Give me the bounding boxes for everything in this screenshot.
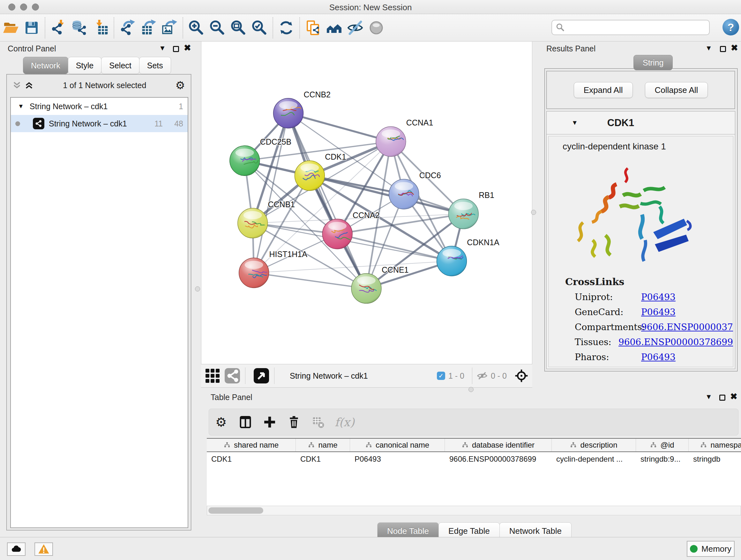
column-header-name[interactable]: name (296, 439, 350, 451)
toolbar-separator (114, 17, 114, 38)
import-network-file-icon[interactable] (48, 18, 69, 38)
network-view-icon[interactable] (224, 368, 241, 384)
network-tree-root[interactable]: ▼ String Network – cdk1 1 (11, 98, 188, 115)
export-network-icon[interactable] (117, 18, 138, 38)
center-view-icon[interactable] (515, 369, 529, 383)
left-splitter-handle[interactable] (195, 287, 200, 292)
export-image-icon[interactable] (159, 18, 180, 38)
tab-sets[interactable]: Sets (139, 57, 171, 74)
tab-string[interactable]: String (633, 55, 673, 70)
table-settings-icon[interactable]: ⚙ (209, 412, 233, 432)
show-columns-icon[interactable] (233, 412, 258, 432)
import-network-database-icon[interactable] (69, 18, 90, 38)
memory-button[interactable]: Memory (687, 541, 735, 557)
column-header-description[interactable]: description (552, 439, 636, 451)
crosslink-link[interactable]: 9606.ENSP00000378699 (618, 337, 733, 348)
node-label-CDK1: CDK1 (325, 152, 346, 161)
save-session-icon[interactable] (21, 18, 42, 38)
import-table-file-icon[interactable] (90, 18, 111, 38)
table-cell[interactable]: CDK1 (207, 455, 296, 463)
gene-card-header[interactable]: ▼ CDK1 (547, 111, 735, 134)
column-header-@id[interactable]: @id (636, 439, 689, 451)
tab-network[interactable]: Network (23, 57, 68, 74)
network-canvas[interactable]: CCNB2CCNA1CDC25BCDK1CDC6RB1CCNB1CCNA2CDK… (201, 42, 532, 364)
show-all-icon[interactable] (366, 18, 387, 38)
tab-select[interactable]: Select (101, 57, 139, 74)
network-selection-status: 1 of 1 Network selected (34, 81, 176, 90)
node-label-HIST1H1A: HIST1H1A (269, 250, 308, 259)
close-panel-icon[interactable]: ✖ (730, 391, 738, 401)
refresh-icon[interactable] (276, 18, 297, 38)
warning-button[interactable] (35, 543, 53, 556)
selected-nodes-checkbox[interactable]: ✓ (437, 372, 445, 380)
grid-view-icon[interactable] (204, 368, 221, 384)
table-cell[interactable]: stringdb:9... (636, 455, 689, 463)
close-panel-icon[interactable]: ✖ (184, 43, 191, 53)
crosslinks-list: Uniprot: P06493 GeneCard: P06493 Compart… (549, 292, 733, 362)
float-panel-icon[interactable]: ▼ (159, 44, 166, 52)
collapse-icon[interactable]: ▼ (571, 119, 578, 126)
cloud-button[interactable] (7, 543, 25, 556)
hide-selected-icon[interactable] (345, 18, 366, 38)
network-node-CDKN1A[interactable]: CDKN1A (437, 238, 499, 276)
zoom-fit-icon[interactable] (228, 18, 249, 38)
export-table-icon[interactable] (138, 18, 159, 38)
network-node-CCNE1[interactable]: CCNE1 (351, 265, 408, 304)
crosslink-link[interactable]: 9606.ENSP00000378699 (641, 322, 733, 332)
table-cell[interactable]: 9606.ENSP00000378699 (445, 455, 552, 463)
birds-eye-view-icon[interactable] (253, 368, 270, 384)
tab-style[interactable]: Style (68, 57, 102, 74)
column-header-canonical-name[interactable]: canonical name (350, 439, 445, 451)
node-label-RB1: RB1 (479, 191, 494, 199)
network-graph[interactable]: CCNB2CCNA1CDC25BCDK1CDC6RB1CCNB1CCNA2CDK… (201, 42, 532, 363)
column-header-shared-name[interactable]: shared name (207, 439, 296, 451)
open-session-icon[interactable] (0, 18, 21, 38)
gear-icon[interactable]: ⚙ (176, 79, 185, 91)
collapse-icon[interactable]: ▼ (18, 103, 24, 110)
float-panel-icon[interactable]: ▼ (705, 393, 712, 401)
zoom-out-icon[interactable] (207, 18, 228, 38)
delete-column-icon[interactable] (282, 412, 306, 432)
help-icon[interactable]: ? (723, 19, 739, 36)
collapse-all-button[interactable]: Collapse All (645, 82, 708, 98)
zoom-selected-icon[interactable] (249, 18, 270, 38)
network-node-RB1[interactable]: RB1 (448, 191, 494, 229)
search-input[interactable] (567, 23, 704, 32)
network-node-HIST1H1A[interactable]: HIST1H1A (239, 250, 307, 288)
add-column-icon[interactable] (258, 412, 282, 432)
table-cell[interactable]: P06493 (350, 455, 445, 463)
network-node-CCNB1[interactable]: CCNB1 (238, 200, 295, 238)
maximize-panel-icon[interactable] (173, 46, 179, 52)
crosslink-link[interactable]: P06493 (641, 352, 676, 362)
column-header-database-identifier[interactable]: database identifier (445, 439, 552, 451)
expand-all-button[interactable]: Expand All (574, 82, 633, 98)
horizontal-splitter-handle[interactable] (468, 387, 474, 392)
network-tree-item[interactable]: String Network – cdk1 11 48 (11, 115, 188, 132)
maximize-panel-icon[interactable] (719, 395, 725, 401)
table-row[interactable]: CDK1CDK1P064939606.ENSP00000378699cyclin… (207, 452, 741, 466)
first-neighbors-icon[interactable] (324, 18, 345, 38)
network-icon (33, 118, 44, 129)
maximize-panel-icon[interactable] (720, 46, 726, 52)
column-type-icon (224, 442, 231, 449)
crosslink-link[interactable]: P06493 (641, 292, 676, 302)
table-cell[interactable]: CDK1 (296, 455, 350, 463)
table-cell[interactable]: stringdb (689, 455, 741, 463)
float-panel-icon[interactable]: ▼ (705, 44, 712, 52)
close-panel-icon[interactable]: ✖ (731, 43, 738, 53)
crosslink-link[interactable]: P06493 (641, 307, 676, 317)
hidden-items-icon (477, 370, 488, 381)
collapse-all-icon[interactable] (12, 80, 22, 90)
node-label-CCNE1: CCNE1 (382, 265, 409, 274)
zoom-in-icon[interactable] (186, 18, 207, 38)
scrollbar-thumb[interactable] (208, 507, 263, 514)
table-cell[interactable]: cyclin-dependent ... (552, 455, 636, 463)
right-splitter-handle[interactable] (531, 210, 536, 215)
node-label-CCNA1: CCNA1 (406, 118, 433, 127)
table-panel-title: Table Panel (211, 393, 253, 402)
copy-network-icon[interactable] (302, 18, 324, 38)
table-horizontal-scrollbar[interactable] (207, 506, 741, 515)
expand-all-icon[interactable] (24, 80, 34, 90)
network-node-CCNA1[interactable]: CCNA1 (376, 118, 433, 157)
column-header-namespace[interactable]: namespace (689, 439, 741, 451)
